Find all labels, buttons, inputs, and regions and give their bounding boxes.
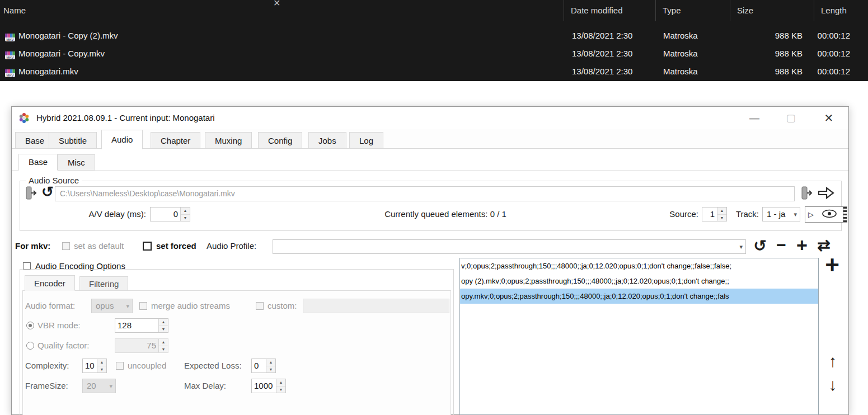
add-queue-entry-icon[interactable]: + <box>822 251 842 279</box>
move-down-icon[interactable]: ↓ <box>824 375 841 394</box>
spin-up-icon[interactable]: ▲ <box>181 208 190 215</box>
spin-up-icon[interactable]: ▲ <box>276 379 285 386</box>
audio-profile-select[interactable]: ▾ <box>273 239 746 254</box>
av-delay-value[interactable]: 0 <box>151 208 180 221</box>
expected-loss-value[interactable]: 0 <box>252 359 266 372</box>
set-as-default-label[interactable]: set as default <box>74 239 124 253</box>
tab-log[interactable]: Log <box>349 132 383 149</box>
grab-target-icon[interactable] <box>799 186 814 202</box>
spin-up-icon[interactable]: ▲ <box>717 208 726 215</box>
spin-down-icon[interactable]: ▼ <box>181 215 190 221</box>
audio-format-label: Audio format: <box>25 299 75 313</box>
quality-factor-radio[interactable] <box>26 342 34 350</box>
close-icon[interactable]: ✕ <box>273 0 280 8</box>
main-tab-bar: Base Subtitle Audio Chapter Muxing Confi… <box>12 129 848 149</box>
spin-down-icon[interactable]: ▼ <box>97 366 106 373</box>
track-select[interactable]: 1 - ja ▾ <box>762 207 800 221</box>
spin-up-icon[interactable]: ▲ <box>266 359 275 366</box>
av-delay-spinner[interactable]: 0 ▲▼ <box>150 207 190 221</box>
spin-down-icon[interactable]: ▼ <box>159 326 168 333</box>
set-as-default-checkbox[interactable] <box>62 242 70 250</box>
tab-encoder[interactable]: Encoder <box>25 275 75 291</box>
vbr-mode-radio[interactable] <box>26 322 34 329</box>
svg-text:MKV: MKV <box>6 38 13 41</box>
file-name: Monogatari - Copy.mkv <box>18 45 556 63</box>
file-row[interactable]: MKV Monogatari - Copy.mkv 13/08/2021 2:3… <box>0 45 868 63</box>
subtab-misc[interactable]: Misc <box>58 154 95 171</box>
mkv-file-icon: MKV <box>5 31 15 41</box>
file-type: Matroska <box>663 45 728 63</box>
filmstrip-edge <box>843 207 847 222</box>
tab-config[interactable]: Config <box>258 132 302 149</box>
max-delay-spinner[interactable]: 1000 ▲▼ <box>251 379 286 393</box>
quality-factor-label: Quality factor: <box>37 338 90 353</box>
file-name: Monogatari.mkv <box>18 63 556 81</box>
queue-item[interactable]: v;0;opus;2;passthrough;150;;;48000;;ja;0… <box>460 258 818 273</box>
tab-audio[interactable]: Audio <box>101 130 143 149</box>
queue-item-selected[interactable]: opy.mkv;0;opus;2;passthrough;150;;;48000… <box>460 289 818 304</box>
track-preview-button[interactable]: ▷ <box>805 206 847 223</box>
max-delay-label: Max Delay: <box>184 379 226 393</box>
complexity-value[interactable]: 10 <box>83 359 97 372</box>
column-length[interactable]: Length <box>814 0 868 21</box>
move-up-icon[interactable]: ↑ <box>824 352 841 371</box>
spin-up-icon[interactable]: ▲ <box>97 359 106 366</box>
file-date: 13/08/2021 2:30 <box>572 63 653 81</box>
source-value[interactable]: 1 <box>702 208 717 221</box>
source-spinner[interactable]: 1 ▲▼ <box>702 207 727 221</box>
file-row[interactable]: MKV Monogatari.mkv 13/08/2021 2:30 Matro… <box>0 63 868 81</box>
column-type[interactable]: Type <box>656 0 730 21</box>
vbr-bitrate-value[interactable]: 128 <box>115 319 158 332</box>
max-delay-value[interactable]: 1000 <box>252 379 276 393</box>
add-profile-icon[interactable]: + <box>793 234 811 256</box>
source-path-input[interactable]: C:\Users\Nameless\Desktop\case\Monogatar… <box>55 186 795 201</box>
file-row[interactable]: MKV Monogatari - Copy (2).mkv 13/08/2021… <box>0 27 868 45</box>
audio-job-queue-list[interactable]: v;0;opus;2;passthrough;150;;;48000;;ja;0… <box>459 258 819 415</box>
mkv-file-icon: MKV <box>5 67 15 77</box>
framesize-select: 20 ▾ <box>82 379 116 393</box>
close-button[interactable]: ✕ <box>816 107 842 129</box>
file-size: 988 KB <box>730 27 803 45</box>
encoder-panel: Audio format: opus ▾ merge audio streams… <box>22 290 451 415</box>
framesize-label: FrameSize: <box>25 379 68 393</box>
set-forced-checkbox[interactable] <box>143 242 152 251</box>
undo-source-icon[interactable]: ↺ <box>40 183 55 201</box>
audio-encoding-group: Encoder Filtering Audio format: opus ▾ m… <box>20 269 454 415</box>
custom-checkbox <box>256 302 264 310</box>
queue-item[interactable]: opy (2).mkv;0;opus;2;passthrough;150;;;4… <box>460 273 818 289</box>
framesize-value: 20 <box>87 381 96 390</box>
spin-down-icon[interactable]: ▼ <box>717 215 726 221</box>
spin-down-icon[interactable]: ▼ <box>266 366 275 373</box>
grab-source-icon[interactable] <box>24 186 38 202</box>
hybrid-app-icon <box>18 112 30 124</box>
tab-subtitle[interactable]: Subtitle <box>49 132 97 149</box>
expected-loss-spinner[interactable]: 0 ▲▼ <box>251 359 276 373</box>
tab-chapter[interactable]: Chapter <box>151 132 200 149</box>
title-bar[interactable]: Hybrid 2021.08.09.1 - Current input: Mon… <box>12 107 848 129</box>
play-icon: ▷ <box>805 210 815 219</box>
merge-audio-streams-label: merge audio streams <box>151 299 230 313</box>
mkv-file-icon: MKV <box>5 49 15 59</box>
minimize-button[interactable]: — <box>742 107 767 129</box>
tab-muxing[interactable]: Muxing <box>205 132 252 149</box>
chevron-down-icon: ▾ <box>739 240 743 253</box>
spin-up-icon[interactable]: ▲ <box>159 319 168 326</box>
vbr-bitrate-spinner[interactable]: 128 ▲▼ <box>115 318 168 333</box>
explorer-column-header: Name Date modified Type Size Length ✕ <box>0 0 868 21</box>
spin-down-icon[interactable]: ▼ <box>276 386 285 393</box>
uncoupled-checkbox <box>116 362 124 370</box>
set-forced-label[interactable]: set forced <box>156 239 196 253</box>
spin-down-icon: ▼ <box>159 346 168 353</box>
column-date-modified[interactable]: Date modified <box>564 0 656 21</box>
pass-right-arrow-icon[interactable] <box>817 186 835 202</box>
maximize-button[interactable]: ▢ <box>778 107 804 129</box>
remove-profile-icon[interactable]: − <box>773 235 790 254</box>
tab-jobs[interactable]: Jobs <box>308 132 346 149</box>
hybrid-window: Hybrid 2021.08.09.1 - Current input: Mon… <box>11 106 849 415</box>
column-size[interactable]: Size <box>730 0 814 21</box>
subtab-base[interactable]: Base <box>18 154 58 171</box>
undo-profile-icon[interactable]: ↺ <box>752 237 768 255</box>
complexity-spinner[interactable]: 10 ▲▼ <box>82 359 107 373</box>
column-name[interactable]: Name <box>0 0 564 21</box>
tab-filtering[interactable]: Filtering <box>79 276 128 291</box>
